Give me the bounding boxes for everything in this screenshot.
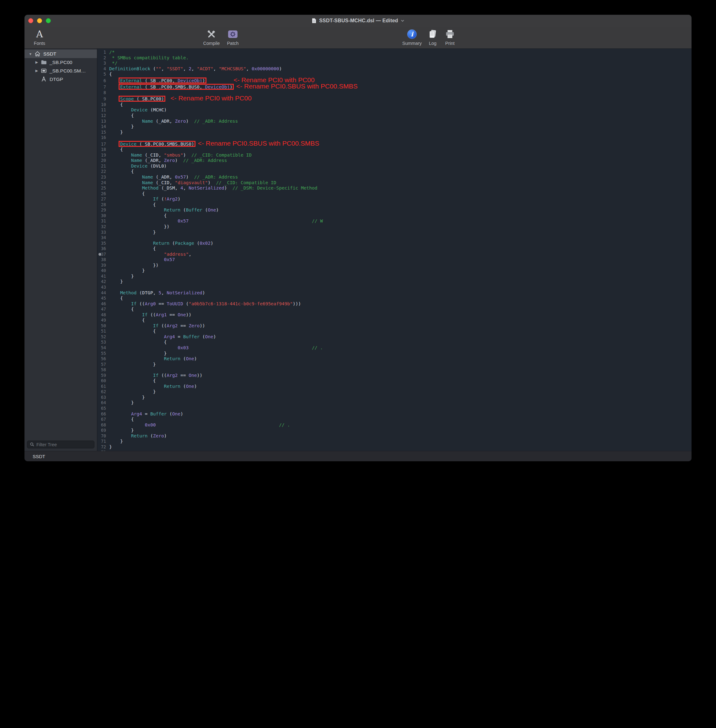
line-number: 32 (97, 224, 109, 230)
line-number: 45 (97, 296, 109, 301)
app-window: SSDT-SBUS-MCHC.dsl — Edited A Fonts Comp… (24, 15, 692, 461)
line-number: 10 (97, 102, 109, 108)
line-number: 31 (97, 218, 109, 224)
code-line: 12 { (97, 113, 692, 118)
code-line: 34 (97, 235, 692, 241)
code-line: 56 Return (One) (97, 356, 692, 362)
filter-tree-field (27, 441, 94, 448)
disclosure-triangle-collapsed[interactable]: ▶ (35, 60, 39, 64)
line-number: 71 (97, 439, 109, 444)
line-number: 42 (97, 279, 109, 285)
code-line: 54 0x03 // . (97, 345, 692, 351)
annotation-text: <- Rename PCI0 with PC00 (170, 94, 252, 102)
line-number: 55 (97, 351, 109, 356)
line-number: 25 (97, 185, 109, 191)
line-number: 70 (97, 433, 109, 439)
fonts-label: Fonts (27, 41, 52, 46)
code-line: 38 0x57 (97, 257, 692, 262)
code-line: 2 * SMBus compatibility table. (97, 55, 692, 61)
code-line: 51 { (97, 329, 692, 334)
line-number: 40 (97, 268, 109, 274)
line-number: 54 (97, 345, 109, 351)
line-number: 6 (97, 78, 109, 84)
line-number: 62 (97, 389, 109, 395)
document-icon (312, 18, 317, 24)
line-number: 53 (97, 340, 109, 345)
print-label: Print (438, 41, 462, 46)
code-line: 10 { (97, 102, 692, 108)
code-line: 27 If (!Arg2) (97, 196, 692, 202)
line-number: 4 (97, 66, 109, 72)
toolbar: A Fonts Compile Patch i Summary Log (24, 27, 692, 49)
line-number: 11 (97, 107, 109, 113)
line-number: 72 (97, 444, 109, 450)
code-line: 55 } (97, 351, 692, 356)
home-icon (34, 50, 41, 57)
disclosure-triangle-collapsed[interactable]: ▶ (35, 69, 39, 73)
line-number: 21 (97, 164, 109, 169)
code-line: 41 } (97, 274, 692, 279)
print-button[interactable]: Print (438, 28, 462, 46)
printer-icon (438, 28, 462, 40)
sidebar: ▼ SSDT ▶ _SB.PC00 ▶ _SB.PC00.SM… (24, 49, 97, 451)
code-editor[interactable]: 1/*2 * SMBus compatibility table.3 */4De… (97, 49, 692, 451)
code-line: 44 Method (DTGP, 5, NotSerialized) (97, 290, 692, 296)
line-number: 20 (97, 158, 109, 164)
title-chevron-down-icon[interactable] (400, 20, 404, 22)
code-line: 16 (97, 135, 692, 141)
line-number: 29 (97, 208, 109, 213)
patch-button[interactable]: Patch (221, 28, 245, 46)
line-number: 7 (97, 84, 109, 90)
annotation-box: External (_SB_.PC00, DeviceObj) (120, 78, 205, 83)
line-number: 63 (97, 395, 109, 400)
code-line: 65 (97, 406, 692, 411)
sidebar-item-dtgp[interactable]: DTGP (24, 75, 97, 83)
search-icon (30, 442, 35, 447)
line-number: 5 (97, 71, 109, 77)
code-line: 1/* (97, 50, 692, 55)
code-line: 21 Device (DVL0) (97, 164, 692, 169)
line-number: 3 (97, 61, 109, 66)
line-number: 69 (97, 428, 109, 433)
code-line: 25 Method (_DSM, 4, NotSerialized) // _D… (97, 185, 692, 191)
code-line: 30 { (97, 213, 692, 219)
line-number: 16 (97, 135, 109, 141)
line-number: 9 (97, 96, 109, 102)
code-line: 49 { (97, 317, 692, 323)
code-line: 62 } (97, 389, 692, 395)
line-number: 68 (97, 422, 109, 428)
line-number: 51 (97, 329, 109, 334)
filter-tree-input[interactable] (36, 442, 92, 447)
sidebar-item-sb-pc00[interactable]: ▶ _SB.PC00 (24, 58, 97, 67)
line-number: 49 (97, 317, 109, 323)
line-number: 30 (97, 213, 109, 219)
code-line: 67 { (97, 417, 692, 422)
line-number: 17 (97, 141, 109, 147)
line-number: 27 (97, 196, 109, 202)
compile-button[interactable]: Compile (200, 28, 223, 46)
patch-gear-icon (221, 28, 245, 40)
statusbar: SSDT (24, 451, 692, 461)
line-marker-dot (99, 253, 101, 256)
fonts-button[interactable]: A Fonts (27, 28, 52, 46)
sidebar-item-label: DTGP (50, 77, 63, 82)
summary-button[interactable]: i Summary (400, 28, 424, 46)
sidebar-item-ssdt[interactable]: ▼ SSDT (24, 50, 97, 58)
line-number: 44 (97, 290, 109, 296)
line-number: 64 (97, 400, 109, 406)
line-number: 14 (97, 124, 109, 130)
code-line: 60 { (97, 378, 692, 384)
line-number: 66 (97, 411, 109, 417)
code-line: 63 } (97, 395, 692, 400)
code-line: 47 { (97, 306, 692, 312)
sidebar-item-sb-pc00-sm[interactable]: ▶ _SB.PC00.SM… (24, 67, 97, 75)
line-number: 35 (97, 241, 109, 246)
line-number: 65 (97, 406, 109, 411)
code-line: 40 } (97, 268, 692, 274)
code-line: 33 } (97, 230, 692, 235)
disclosure-triangle-expanded[interactable]: ▼ (28, 52, 33, 56)
summary-label: Summary (400, 41, 424, 46)
line-number: 48 (97, 312, 109, 318)
method-icon (41, 76, 47, 82)
code-line: 46 If ((Arg0 == ToUUID ("a0b5b7c6-1318-4… (97, 301, 692, 307)
